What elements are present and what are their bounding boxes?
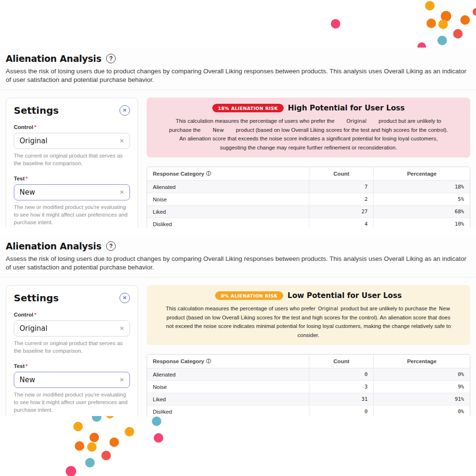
banner-text: product but are unlikely to purchase the [341, 306, 436, 311]
help-icon[interactable]: ? [106, 241, 116, 251]
confetti-dot [101, 451, 111, 460]
clear-icon[interactable]: ✕ [117, 377, 124, 383]
banner-description: This calculation measures the percentage… [166, 304, 451, 340]
column-header-percentage: Percentage [373, 355, 470, 368]
confetti-dot [75, 441, 84, 451]
test-helper-text: The new or modified product you're evalu… [14, 391, 130, 414]
count-cell: 2 [309, 193, 374, 206]
column-header-response-category: Response Categoryⓘ [147, 167, 309, 181]
test-input[interactable]: ✕ [14, 184, 130, 200]
test-input[interactable]: ✕ [14, 372, 130, 388]
table-row: Noise25% [147, 193, 470, 206]
confetti-dot [152, 416, 161, 426]
category-cell: Noise [147, 381, 309, 393]
category-cell: Disliked [147, 218, 309, 228]
info-icon[interactable]: ⓘ [206, 171, 211, 176]
confetti-dot [473, 8, 476, 16]
confetti-dot [87, 442, 97, 452]
control-field-label: Control* [14, 312, 130, 317]
confetti-dot [426, 19, 436, 28]
test-field-label: Test* [14, 363, 130, 369]
field-label-text: Control [14, 124, 33, 130]
confetti-dot [73, 422, 83, 431]
table-row: Liked2768% [147, 206, 470, 218]
divider [0, 277, 476, 278]
confetti-dot [331, 19, 340, 29]
clear-icon[interactable]: ✕ [117, 325, 124, 332]
test-input-field[interactable] [20, 188, 117, 197]
column-header-text: Response Category [153, 358, 204, 364]
panel-description: Assess the risk of losing users due to p… [6, 255, 470, 272]
confetti-dot [453, 29, 463, 39]
category-cell: Disliked [147, 406, 309, 416]
risk-badge: 18% ALIENATION RISK [212, 104, 284, 112]
alienation-analysis-panel-1: Alienation Analysis ? Assess the risk of… [0, 48, 476, 228]
count-cell: 31 [309, 393, 374, 406]
panel-header: Alienation Analysis ? [6, 53, 470, 64]
count-cell: 3 [309, 381, 374, 393]
help-icon[interactable]: ? [106, 54, 116, 63]
risk-banner: 0% ALIENATION RISK Low Potential for Use… [147, 285, 470, 346]
confetti-dot [85, 458, 95, 467]
category-cell: Liked [147, 206, 309, 218]
risk-badge: 0% ALIENATION RISK [215, 291, 283, 300]
percentage-cell: 91% [373, 393, 470, 406]
control-input[interactable]: ✕ [14, 320, 130, 337]
required-asterisk: * [34, 124, 36, 130]
required-asterisk: * [34, 312, 36, 317]
table-row: Disliked00% [147, 406, 470, 416]
close-icon[interactable]: ✕ [119, 293, 130, 303]
field-label-text: Test [14, 363, 25, 369]
control-input[interactable]: ✕ [14, 133, 130, 149]
confetti-dot [66, 466, 76, 476]
control-helper-text: The current or original product that ser… [14, 339, 130, 355]
count-cell: 0 [309, 406, 374, 416]
banner-description: This calculation measures the percentage… [166, 117, 451, 152]
alienation-analysis-panel-2: Alienation Analysis ? Assess the risk of… [0, 235, 476, 416]
table-row: Alienated718% [147, 181, 470, 193]
field-label-text: Test [14, 176, 25, 181]
response-category-table: Response Categoryⓘ Count Percentage Alie… [147, 167, 470, 228]
required-asterisk: * [26, 176, 28, 181]
confetti-dot [437, 36, 447, 45]
clear-icon[interactable]: ✕ [117, 138, 124, 144]
close-icon[interactable]: ✕ [119, 105, 130, 116]
count-cell: 0 [309, 368, 374, 381]
page-title: Alienation Analysis [6, 241, 101, 251]
control-input-field[interactable] [20, 137, 117, 145]
confetti-dot [425, 1, 435, 10]
percentage-cell: 5% [373, 193, 470, 206]
settings-title: Settings [14, 292, 59, 304]
test-input-field[interactable] [20, 376, 117, 384]
banner-text: This calculation measures the percentage… [166, 306, 316, 311]
percentage-cell: 0% [373, 368, 470, 381]
settings-title: Settings [14, 105, 59, 116]
control-input-field[interactable] [20, 324, 117, 333]
clear-icon[interactable]: ✕ [117, 189, 124, 196]
info-icon[interactable]: ⓘ [206, 358, 211, 364]
table-row: Noise39% [147, 381, 470, 393]
field-label-text: Control [14, 312, 33, 317]
column-header-response-category: Response Categoryⓘ [147, 355, 309, 368]
category-cell: Alienated [147, 181, 309, 193]
response-category-table: Response Categoryⓘ Count Percentage Alie… [147, 354, 470, 416]
category-cell: Noise [147, 193, 309, 206]
test-product-name: New [213, 127, 224, 133]
panel-header: Alienation Analysis ? [6, 241, 470, 251]
control-helper-text: The current or original product that ser… [14, 152, 130, 168]
banner-text: This calculation measures the percentage… [176, 118, 335, 124]
table-header-row: Response Categoryⓘ Count Percentage [147, 355, 470, 368]
percentage-cell: 10% [373, 218, 470, 228]
table-row: Alienated00% [147, 368, 470, 381]
confetti-dot [460, 15, 470, 25]
confetti-dot [125, 427, 134, 436]
count-cell: 27 [309, 206, 374, 218]
column-header-count: Count [309, 355, 374, 368]
page-title: Alienation Analysis [6, 53, 101, 64]
column-header-text: Response Category [153, 171, 204, 177]
risk-banner: 18% ALIENATION RISK High Potential for U… [147, 98, 470, 158]
percentage-cell: 68% [373, 206, 470, 218]
count-cell: 7 [309, 181, 374, 193]
confetti-dot [109, 437, 119, 447]
settings-card: Settings ✕ Control* ✕ The current or ori… [6, 285, 138, 416]
